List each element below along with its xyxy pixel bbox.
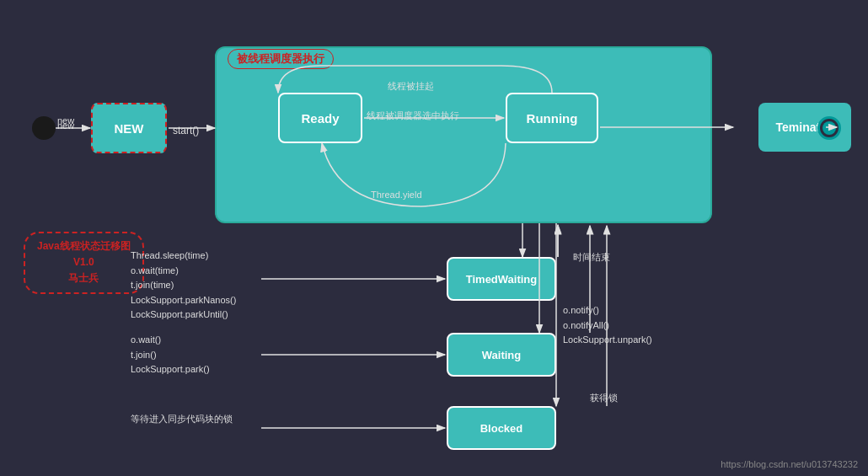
legend-title: Java线程状态迁移图 <box>37 238 131 254</box>
start-label: start() <box>173 125 199 136</box>
end-node-inner <box>822 121 836 135</box>
new-label: new <box>57 120 74 131</box>
label-wait: o.wait() t.join() LockSupport.park() <box>131 333 210 377</box>
legend-box: Java线程状态迁移图 V1.0 马士兵 <box>24 232 144 294</box>
waiting-box: Waiting <box>447 333 556 377</box>
label-sleep: Thread.sleep(time) o.wait(time) t.join(t… <box>131 249 236 323</box>
label-time-end: 时间结束 <box>573 251 610 264</box>
label-notify: o.notify() o.notifyAll() LockSupport.unp… <box>563 303 652 348</box>
watermark: https://blog.csdn.net/u013743232 <box>721 459 858 469</box>
label-wait-lock: 等待进入同步代码块的锁 <box>131 413 233 425</box>
end-node <box>817 116 841 140</box>
ready-box: Ready <box>278 93 362 143</box>
diagram-container: new NEW start() 被线程调度器执行 Ready Running T… <box>0 0 868 476</box>
region-label: 被线程调度器执行 <box>228 49 334 69</box>
running-box: Running <box>506 93 598 143</box>
label-ready-to-running: 线程被调度器选中执行 <box>367 110 459 122</box>
new-box: NEW <box>91 103 167 153</box>
start-node <box>32 116 56 140</box>
timed-waiting-box: TimedWaiting <box>447 257 556 301</box>
label-suspended: 线程被挂起 <box>388 80 434 93</box>
legend-author: 马士兵 <box>37 270 131 286</box>
blocked-box: Blocked <box>447 406 556 450</box>
label-get-lock: 获得锁 <box>590 392 618 404</box>
legend-version: V1.0 <box>37 254 131 270</box>
label-yield: Thread.yield <box>371 190 422 200</box>
